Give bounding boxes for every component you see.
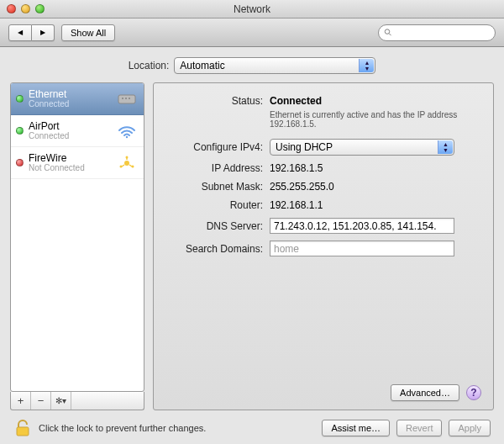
location-value: Automatic <box>180 60 224 71</box>
status-dot-icon <box>16 127 24 135</box>
advanced-button[interactable]: Advanced… <box>391 384 459 401</box>
svg-rect-2 <box>118 95 135 103</box>
status-label: Status: <box>162 95 263 107</box>
status-value: Connected <box>270 95 322 107</box>
status-description: Ethernet is currently active and has the… <box>270 110 463 129</box>
search-domains-label: Search Domains: <box>162 243 263 255</box>
subnet-mask-label: Subnet Mask: <box>162 181 263 193</box>
forward-button[interactable]: ▶ <box>32 24 55 41</box>
ethernet-icon <box>115 90 139 108</box>
search-input[interactable] <box>396 28 490 38</box>
location-label: Location: <box>129 60 170 71</box>
svg-rect-8 <box>17 427 29 436</box>
lock-icon[interactable] <box>13 419 32 437</box>
svg-line-1 <box>389 34 391 35</box>
svg-point-4 <box>124 161 129 166</box>
apply-button[interactable]: Apply <box>449 420 491 436</box>
status-dot-icon <box>16 159 24 166</box>
assist-me-button[interactable]: Assist me… <box>322 420 390 436</box>
add-service-button[interactable]: + <box>11 392 31 410</box>
service-status: Connected <box>29 99 115 109</box>
revert-button[interactable]: Revert <box>396 420 442 436</box>
firewire-icon <box>115 154 139 172</box>
sidebar-item-airport[interactable]: AirPort Connected <box>11 115 144 147</box>
service-name: AirPort <box>29 121 115 131</box>
zoom-icon[interactable] <box>35 4 45 13</box>
search-field[interactable] <box>378 24 496 41</box>
location-dropdown[interactable]: Automatic ▲▼ <box>174 57 375 74</box>
dropdown-arrows-icon: ▲▼ <box>438 140 453 154</box>
router-value: 192.168.1.1 <box>270 199 323 211</box>
sidebar-item-ethernet[interactable]: Ethernet Connected <box>11 83 144 115</box>
dns-server-label: DNS Server: <box>162 220 263 232</box>
router-label: Router: <box>162 199 263 211</box>
content-area: Location: Automatic ▲▼ Ethernet Connecte… <box>0 47 504 444</box>
toolbar: ◀ ▶ Show All <box>0 18 504 47</box>
status-dot-icon <box>16 95 24 103</box>
remove-service-button[interactable]: − <box>31 392 51 410</box>
help-button[interactable]: ? <box>466 385 481 400</box>
service-name: FireWire <box>29 153 115 163</box>
service-status: Connected <box>29 131 115 141</box>
show-all-button[interactable]: Show All <box>61 24 115 41</box>
search-icon <box>384 28 392 37</box>
sidebar-column: Ethernet Connected AirPort Connected <box>10 82 144 410</box>
main-split: Ethernet Connected AirPort Connected <box>10 82 494 410</box>
ip-address-value: 192.168.1.5 <box>270 162 323 174</box>
configure-label: Configure IPv4: <box>162 141 263 153</box>
close-icon[interactable] <box>7 4 16 13</box>
titlebar: Network <box>0 0 504 18</box>
search-domains-input[interactable] <box>270 240 454 256</box>
window-title: Network <box>0 3 504 15</box>
minimize-icon[interactable] <box>21 4 30 13</box>
bottom-bar: Click the lock to prevent further change… <box>10 410 494 437</box>
wifi-icon <box>115 122 139 140</box>
sidebar-footer: + − ✻▾ <box>10 392 144 410</box>
service-name: Ethernet <box>29 89 115 99</box>
service-list: Ethernet Connected AirPort Connected <box>10 82 144 392</box>
dropdown-arrows-icon: ▲▼ <box>359 59 374 72</box>
configure-ipv4-dropdown[interactable]: Using DHCP ▲▼ <box>270 139 454 156</box>
details-pane: Status: Connected Ethernet is currently … <box>153 82 494 410</box>
svg-point-0 <box>385 29 390 34</box>
ip-address-label: IP Address: <box>162 162 263 174</box>
location-row: Location: Automatic ▲▼ <box>10 52 494 82</box>
configure-value: Using DHCP <box>276 141 333 153</box>
dns-server-input[interactable] <box>270 218 454 234</box>
lock-text: Click the lock to prevent further change… <box>39 423 206 433</box>
svg-point-3 <box>126 135 128 137</box>
action-gear-button[interactable]: ✻▾ <box>51 392 71 410</box>
sidebar-item-firewire[interactable]: FireWire Not Connected <box>11 147 144 179</box>
nav-segment: ◀ ▶ <box>8 24 55 41</box>
window-controls <box>7 4 45 13</box>
back-button[interactable]: ◀ <box>8 24 32 41</box>
subnet-mask-value: 255.255.255.0 <box>270 181 334 193</box>
service-status: Not Connected <box>29 163 115 173</box>
